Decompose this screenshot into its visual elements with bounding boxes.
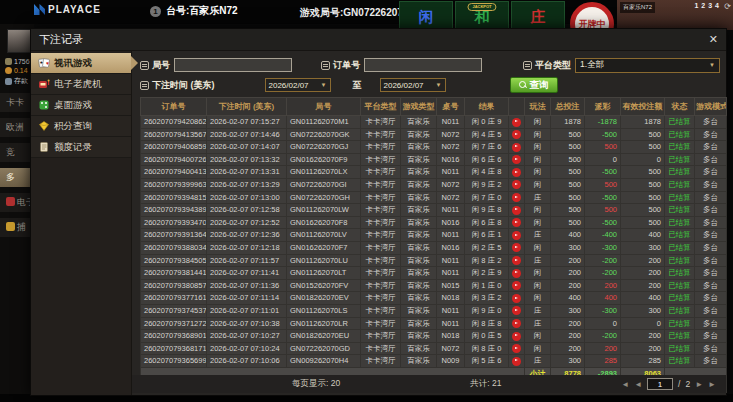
- next-page-button[interactable]: ►: [695, 380, 703, 389]
- cell: 多台: [695, 178, 727, 191]
- cell: 300: [551, 304, 585, 317]
- lobby-menu-item-2[interactable]: 竞: [0, 143, 34, 162]
- page-number-input[interactable]: [647, 378, 673, 390]
- cell: 260207079406859: [141, 141, 207, 154]
- cell: N011: [437, 229, 465, 242]
- replay-video-icon[interactable]: [512, 294, 521, 303]
- cell: 多台: [695, 141, 727, 154]
- cell: GN016262070F9: [287, 153, 361, 166]
- camera-button-4[interactable]: 4: [715, 2, 719, 9]
- lobby-menu-item-0[interactable]: 卡卡: [0, 93, 34, 112]
- replay-video-icon[interactable]: [512, 344, 521, 353]
- table-row: 2602070794135672026-02-07 07:14:46GN0722…: [141, 128, 727, 141]
- cell: 闲 2 庄 5: [465, 241, 509, 254]
- replay-video-icon[interactable]: [512, 332, 521, 341]
- replay-video-icon[interactable]: [512, 231, 521, 240]
- first-page-button[interactable]: ◄: [621, 380, 629, 389]
- replay-cell: [509, 330, 525, 343]
- cell: 已结算: [665, 304, 695, 317]
- cell: 500: [621, 128, 665, 141]
- brand-logo-text: PLAYACE: [48, 4, 101, 15]
- cell: 0: [621, 317, 665, 330]
- replay-cell: [509, 153, 525, 166]
- replay-video-icon[interactable]: [512, 256, 521, 265]
- column-header-10: 派彩: [585, 98, 621, 116]
- cell: 百家乐: [401, 191, 437, 204]
- cell: 已结算: [665, 141, 695, 154]
- cell: 500: [551, 191, 585, 204]
- cell: 260207079380857: [141, 279, 207, 292]
- cell: 2026-02-07 07:11:14: [207, 292, 287, 305]
- camera-button-3[interactable]: 3: [708, 2, 712, 9]
- cell: 2026-02-07 07:13:29: [207, 178, 287, 191]
- camera-button-2[interactable]: 2: [701, 2, 705, 9]
- replay-video-icon[interactable]: [512, 130, 521, 139]
- lobby-menu-item-5[interactable]: 捕: [0, 218, 34, 237]
- points-stat: 1756: [0, 57, 34, 66]
- cell: 500: [551, 141, 585, 154]
- replay-cell: [509, 317, 525, 330]
- cell: 卡卡湾厅: [361, 330, 401, 343]
- nav-item-2[interactable]: 桌面游戏: [31, 95, 131, 116]
- date-from-picker[interactable]: 2026/02/07 ▼: [265, 78, 331, 92]
- cell: 500: [585, 178, 621, 191]
- date-to-picker[interactable]: 2026/02/07 ▼: [380, 78, 446, 92]
- cell: 400: [551, 292, 585, 305]
- refresh-icon[interactable]: ⟳: [724, 2, 731, 11]
- lobby-menu-item-1[interactable]: 欧洲: [0, 118, 34, 137]
- table-row: 2602070793712722026-02-07 07:10:38GN0112…: [141, 317, 727, 330]
- nav-item-1[interactable]: 电子老虎机: [31, 74, 131, 95]
- cell: 0: [585, 153, 621, 166]
- replay-video-icon[interactable]: [512, 281, 521, 290]
- query-button[interactable]: 查询: [510, 77, 558, 93]
- nav-item-0[interactable]: ♥♠视讯游戏: [31, 53, 131, 74]
- replay-video-icon[interactable]: [512, 357, 521, 366]
- replay-video-icon[interactable]: [512, 143, 521, 152]
- replay-cell: [509, 128, 525, 141]
- cell: -200: [585, 254, 621, 267]
- cell: 卡卡湾厅: [361, 229, 401, 242]
- platform-select[interactable]: 1.全部 ▼: [575, 58, 720, 73]
- replay-video-icon[interactable]: [512, 218, 521, 227]
- replay-cell: [509, 191, 525, 204]
- replay-video-icon[interactable]: [512, 180, 521, 189]
- table-row: 2602070793943892026-02-07 07:12:58GN0112…: [141, 204, 727, 217]
- replay-video-icon[interactable]: [512, 206, 521, 215]
- deposit-button[interactable]: 存款: [0, 75, 34, 87]
- last-page-button[interactable]: ►: [708, 380, 716, 389]
- cell: 200: [621, 342, 665, 355]
- deposit-icon: [5, 78, 12, 85]
- lobby-menu-item-3[interactable]: 多: [0, 168, 34, 187]
- round-input[interactable]: [174, 58, 292, 72]
- cell: 2026-02-07 07:11:41: [207, 267, 287, 280]
- replay-video-icon[interactable]: [512, 306, 521, 315]
- cell: 260207079399963: [141, 178, 207, 191]
- replay-video-icon[interactable]: [512, 269, 521, 278]
- replay-video-icon[interactable]: [512, 193, 521, 202]
- cards-icon: ♥♠: [38, 57, 50, 69]
- nav-item-3[interactable]: 积分查询: [31, 116, 131, 137]
- replay-video-icon[interactable]: [512, 168, 521, 177]
- nav-item-label: 积分查询: [54, 120, 92, 133]
- prev-page-button[interactable]: ◄: [634, 380, 642, 389]
- lobby-menu-item-4[interactable]: 电子: [0, 193, 34, 212]
- cell: 已结算: [665, 166, 695, 179]
- camera-button-1[interactable]: 1: [694, 2, 698, 9]
- query-button-label: 查询: [530, 79, 549, 92]
- close-icon[interactable]: ✕: [709, 34, 718, 45]
- nav-item-4[interactable]: 额度记录: [31, 137, 131, 158]
- cell: 500: [585, 204, 621, 217]
- replay-video-icon[interactable]: [512, 155, 521, 164]
- clipboard-icon: [321, 61, 330, 70]
- camera-switcher[interactable]: 1234: [694, 2, 719, 9]
- live-video-thumbnail[interactable]: 百家乐N72 1234 ⟳: [617, 0, 733, 30]
- replay-video-icon[interactable]: [512, 319, 521, 328]
- cell: 闲 9 庄 0: [465, 304, 509, 317]
- cell: N011: [437, 254, 465, 267]
- cell: 多台: [695, 116, 727, 129]
- round-filter-label: 局号: [140, 59, 170, 72]
- replay-video-icon[interactable]: [512, 118, 521, 127]
- replay-video-icon[interactable]: [512, 243, 521, 252]
- order-input[interactable]: [364, 58, 482, 72]
- table-info: 1 台号:百家乐N72: [150, 4, 238, 18]
